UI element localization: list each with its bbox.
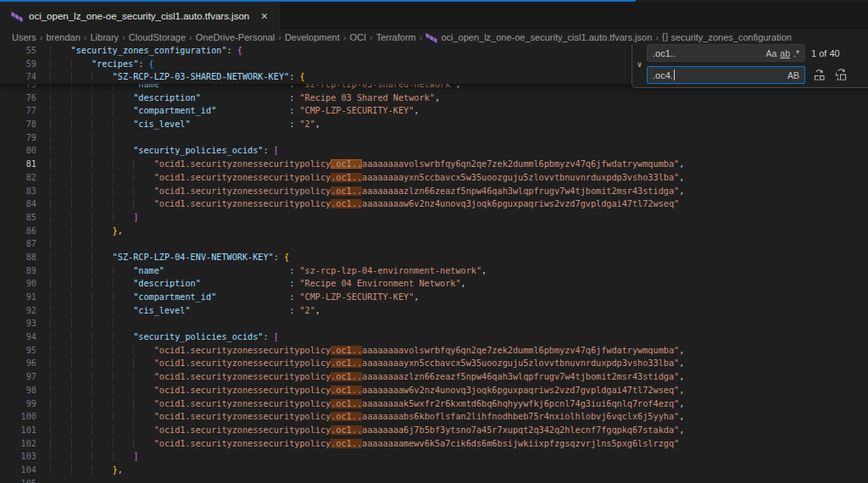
breadcrumb-separator-icon: › bbox=[40, 32, 43, 42]
code-segment: , bbox=[118, 226, 123, 236]
line-number[interactable]: 55 bbox=[0, 44, 36, 58]
line-number[interactable]: 100 bbox=[0, 410, 36, 424]
breadcrumb-item[interactable]: Terraform bbox=[376, 32, 416, 42]
breadcrumb-item[interactable]: { }security_zones_configuration bbox=[662, 32, 792, 42]
breadcrumb-item[interactable]: OneDrive-Personal bbox=[196, 32, 275, 42]
line-number[interactable]: 99 bbox=[0, 397, 36, 411]
preserve-case-icon[interactable]: AB bbox=[786, 70, 801, 80]
replace-button[interactable] bbox=[811, 67, 827, 83]
code-line[interactable]: 102 "ocid1.securityzonessecuritypolicy.o… bbox=[0, 437, 684, 451]
line-number[interactable]: 77 bbox=[0, 104, 36, 118]
code-line[interactable]: 96 "ocid1.securityzonessecuritypolicy.oc… bbox=[0, 357, 684, 370]
breadcrumb-separator-icon: › bbox=[420, 32, 423, 42]
replace-all-button[interactable] bbox=[833, 67, 849, 83]
code-line[interactable]: 91 "compartment_id" : "CMP-LZP-SECURITY-… bbox=[0, 291, 684, 304]
line-number[interactable]: 79 bbox=[0, 131, 36, 145]
line-number[interactable]: 98 bbox=[0, 384, 36, 397]
close-icon[interactable]: × bbox=[259, 9, 270, 23]
code-line[interactable]: 105 bbox=[0, 477, 684, 483]
code-segment: , bbox=[679, 412, 684, 421]
code-line[interactable]: 94 "security_policies_ocids": [ bbox=[0, 330, 684, 344]
line-number[interactable]: 93 bbox=[0, 317, 36, 330]
line-number[interactable]: 78 bbox=[0, 118, 36, 131]
find-input[interactable]: .oc1.. Aa ab .* bbox=[647, 44, 805, 62]
line-number[interactable]: 97 bbox=[0, 370, 36, 384]
line-number[interactable]: 89 bbox=[0, 264, 36, 278]
code-line[interactable]: 80 "security_policies_ocids": [ bbox=[0, 144, 684, 158]
code-line[interactable]: 101 "ocid1.securityzonessecuritypolicy.o… bbox=[0, 424, 684, 437]
line-number[interactable]: 83 bbox=[0, 185, 36, 198]
line-number[interactable]: 86 bbox=[0, 225, 36, 238]
code-segment bbox=[50, 465, 113, 475]
breadcrumb-label: Development bbox=[285, 32, 340, 42]
code-line[interactable]: 79 bbox=[0, 131, 684, 145]
code-line[interactable]: 93 bbox=[0, 317, 684, 330]
tab-tfvars-json[interactable]: oci_open_lz_one-oe_security_cisl1.auto.t… bbox=[0, 2, 280, 30]
code-line[interactable]: 77 "compartment_id" : "CMP-LZP-SECURITY-… bbox=[0, 104, 684, 118]
code-segment: , bbox=[679, 425, 684, 435]
breadcrumb-separator-icon: › bbox=[370, 32, 373, 42]
line-number[interactable]: 101 bbox=[0, 424, 36, 437]
line-number[interactable]: 95 bbox=[0, 344, 36, 358]
code-segment bbox=[50, 199, 154, 208]
line-number[interactable]: 105 bbox=[0, 477, 36, 483]
code-line[interactable]: 100 "ocid1.securityzonessecuritypolicy.o… bbox=[0, 410, 684, 424]
line-number[interactable]: 94 bbox=[0, 330, 36, 344]
code-line[interactable]: 88 "SZ-RCP-LZP-04-ENV-NETWORK-KEY": { bbox=[0, 251, 684, 264]
line-number[interactable]: 96 bbox=[0, 357, 36, 370]
breadcrumb-item[interactable]: brendan bbox=[46, 32, 80, 42]
code-segment bbox=[50, 399, 154, 408]
line-number[interactable]: 76 bbox=[0, 92, 36, 105]
code-line[interactable]: 92 "cis_level" : "2", bbox=[0, 304, 684, 318]
line-number[interactable]: 102 bbox=[0, 437, 36, 451]
code-line[interactable]: 82 "ocid1.securityzonessecuritypolicy.oc… bbox=[0, 171, 684, 185]
code-line[interactable]: 97 "ocid1.securityzonessecuritypolicy.oc… bbox=[0, 370, 684, 384]
breadcrumb-item[interactable]: CloudStorage bbox=[129, 32, 186, 42]
code-line[interactable]: 90 "description" : "Recipe 04 Environmen… bbox=[0, 277, 684, 291]
line-number[interactable]: 91 bbox=[0, 291, 36, 304]
line-number[interactable]: 90 bbox=[0, 277, 36, 291]
line-number[interactable]: 80 bbox=[0, 144, 36, 158]
code-line[interactable]: 104 }, bbox=[0, 464, 684, 477]
code-line[interactable]: 87 bbox=[0, 237, 684, 251]
code-line[interactable]: 78 "cis_level" : "2", bbox=[0, 118, 684, 131]
breadcrumb-item[interactable]: oci_open_lz_one-oe_security_cisl1.auto.t… bbox=[426, 31, 652, 43]
line-number[interactable]: 74 bbox=[0, 70, 36, 84]
code-line[interactable]: 98 "ocid1.securityzonessecuritypolicy.oc… bbox=[0, 384, 684, 397]
code-line[interactable]: 103 ] bbox=[0, 450, 684, 464]
code-segment bbox=[50, 425, 154, 435]
line-number[interactable]: 84 bbox=[0, 197, 36, 211]
line-number[interactable]: 59 bbox=[0, 58, 36, 71]
code-line[interactable]: 76 "description" : "Recipe 03 Shared Net… bbox=[0, 92, 684, 105]
line-number[interactable]: 85 bbox=[0, 211, 36, 225]
match-case-icon[interactable]: Aa bbox=[764, 48, 778, 58]
editor-pane: 75 "name" : "sz-rcp-lzp-03-shared-networ… bbox=[0, 44, 868, 483]
breadcrumb-item[interactable]: OCI bbox=[349, 32, 366, 42]
whole-word-icon[interactable]: ab bbox=[778, 48, 792, 58]
line-number[interactable]: 103 bbox=[0, 450, 36, 464]
breadcrumb-item[interactable]: Development bbox=[285, 32, 340, 42]
code-line[interactable]: 84 "ocid1.securityzonessecuritypolicy.oc… bbox=[0, 197, 684, 211]
code-line[interactable]: 95 "ocid1.securityzonessecuritypolicy.oc… bbox=[0, 344, 684, 358]
breadcrumb-item[interactable]: Library bbox=[90, 32, 119, 42]
code-line[interactable]: 81 "ocid1.securityzonessecuritypolicy.oc… bbox=[0, 158, 684, 171]
line-number[interactable]: 82 bbox=[0, 171, 36, 185]
code-segment: { bbox=[284, 253, 289, 262]
code-line[interactable]: 83 "ocid1.securityzonessecuritypolicy.oc… bbox=[0, 185, 684, 198]
line-number[interactable]: 81 bbox=[0, 158, 36, 171]
toggle-replace-button[interactable]: ∨ bbox=[632, 44, 647, 84]
line-number[interactable]: 87 bbox=[0, 237, 36, 251]
code-line[interactable]: 89 "name" : "sz-rcp-lzp-04-environment-n… bbox=[0, 264, 684, 278]
search-match: .oc1.. bbox=[331, 186, 362, 196]
code-line[interactable]: 99 "ocid1.securityzonessecuritypolicy.oc… bbox=[0, 397, 684, 411]
replace-input[interactable]: .oc4. AB bbox=[647, 66, 805, 84]
line-number[interactable]: 92 bbox=[0, 304, 36, 318]
regex-icon[interactable]: .* bbox=[792, 48, 801, 58]
code-line[interactable]: 86 }, bbox=[0, 225, 684, 238]
breadcrumb-item[interactable]: Users bbox=[12, 32, 36, 42]
code-segment bbox=[50, 59, 92, 69]
code-line[interactable]: 85 ] bbox=[0, 211, 684, 225]
line-number[interactable]: 88 bbox=[0, 251, 36, 264]
find-row: .oc1.. Aa ab .* 1 of 40 bbox=[647, 44, 849, 62]
line-number[interactable]: 104 bbox=[0, 464, 36, 477]
